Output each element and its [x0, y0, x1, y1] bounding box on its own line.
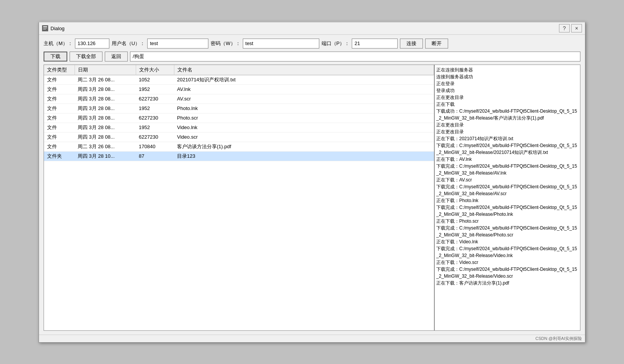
- cell-name: AV.scr: [174, 94, 434, 104]
- log-line: 正在下载：Photo.scr: [436, 218, 578, 225]
- cell-name: 目录123: [174, 151, 434, 161]
- cell-date: 周四 3月 28 08...: [75, 113, 136, 123]
- cell-date: 周四 3月 28 08...: [75, 104, 136, 113]
- user-label: 用户名（U）：: [112, 40, 145, 47]
- action-row: 下载 下载全部 返回: [44, 52, 580, 61]
- table-row[interactable]: 文件 周四 3月 28 08... 1952 Video.lnk: [44, 123, 434, 132]
- cell-size: 170840: [136, 142, 174, 151]
- cell-name: AV.lnk: [174, 84, 434, 94]
- log-line: 正在下载: [436, 101, 578, 108]
- password-label: 密码（W）：: [211, 40, 240, 47]
- window-icon: [42, 25, 48, 31]
- log-line: 正在登录: [436, 80, 578, 87]
- log-line: 正在下载：客户访谈方法分享(1).pdf: [436, 280, 578, 286]
- table-row[interactable]: 文件 周四 3月 28 08... 6227230 AV.scr: [44, 94, 434, 104]
- cell-size: 1952: [136, 84, 174, 94]
- host-label: 主机（M）：: [44, 40, 73, 47]
- log-line: 正在下载：Video.scr: [436, 259, 578, 266]
- cell-type: 文件夹: [44, 151, 75, 161]
- close-button[interactable]: ×: [571, 24, 582, 32]
- log-line: 正在下载：AV.lnk: [436, 156, 578, 163]
- download-all-button[interactable]: 下载全部: [70, 52, 102, 61]
- log-panel: 正在连接到服务器连接到服务器成功正在登录登录成功正在更改目录正在下载下载成功：C…: [435, 65, 580, 330]
- log-line: 下载成功：C:/myself/2024_wb/build-FTPQt5Clien…: [436, 108, 578, 121]
- table-row[interactable]: 文件 周四 3月 28 08... 6227230 Video.scr: [44, 132, 434, 142]
- window-title: Dialog: [50, 26, 65, 31]
- log-line: 下载完成：C:/myself/2024_wb/build-FTPQt5Clien…: [436, 245, 578, 259]
- password-input[interactable]: [243, 39, 319, 49]
- disconnect-button[interactable]: 断开: [425, 39, 448, 49]
- cell-type: 文件: [44, 75, 75, 84]
- file-table-header: 文件类型 日期 文件大小 文件名: [44, 65, 434, 75]
- connection-row: 主机（M）： 用户名（U）： 密码（W）： 端口（P）： 连接 断开: [44, 39, 580, 49]
- table-row[interactable]: 文件夹 周四 3月 28 10... 87 目录123: [44, 151, 434, 161]
- log-line: 下载完成：C:/myself/2024_wb/build-FTPQt5Clien…: [436, 142, 578, 156]
- log-line: 正在下载：AV.scr: [436, 176, 578, 183]
- title-bar-controls: ? ×: [559, 24, 582, 32]
- cell-type: 文件: [44, 142, 75, 151]
- cell-size: 6227230: [136, 132, 174, 142]
- file-table: 文件类型 日期 文件大小 文件名 文件 周二 3月 26 08... 1052 …: [44, 65, 434, 161]
- log-line: 正在下载：Photo.lnk: [436, 197, 578, 204]
- status-bar: CSDN @利哥AI实例探险: [39, 335, 585, 342]
- col-header-size: 文件大小: [136, 65, 174, 75]
- log-line: 登录成功: [436, 87, 578, 94]
- back-button[interactable]: 返回: [105, 52, 128, 61]
- status-text: CSDN @利哥AI实例探险: [535, 336, 582, 341]
- log-line: 正在更改目录: [436, 121, 578, 128]
- log-line: 下载完成：C:/myself/2024_wb/build-FTPQt5Clien…: [436, 266, 578, 280]
- cell-size: 87: [136, 151, 174, 161]
- cell-name: 20210714知识产权培训.txt: [174, 75, 434, 84]
- cell-type: 文件: [44, 113, 75, 123]
- path-input[interactable]: [130, 52, 580, 61]
- svg-rect-2: [43, 28, 47, 28]
- cell-type: 文件: [44, 132, 75, 142]
- username-input[interactable]: [147, 39, 208, 49]
- log-line: 正在更改目录: [436, 94, 578, 101]
- cell-size: 6227230: [136, 94, 174, 104]
- col-header-date: 日期: [75, 65, 136, 75]
- cell-name: Video.lnk: [174, 123, 434, 132]
- log-line: 正在更改目录: [436, 128, 578, 135]
- cell-date: 周二 3月 26 08...: [75, 75, 136, 84]
- log-line: 正在连接到服务器: [436, 66, 578, 73]
- port-input[interactable]: [352, 39, 398, 49]
- table-row[interactable]: 文件 周四 3月 28 08... 1952 Photo.lnk: [44, 104, 434, 113]
- download-button[interactable]: 下载: [44, 52, 67, 61]
- svg-rect-3: [43, 29, 46, 29]
- cell-type: 文件: [44, 94, 75, 104]
- cell-size: 1952: [136, 104, 174, 113]
- host-input[interactable]: [75, 39, 109, 49]
- log-line: 下载完成：C:/myself/2024_wb/build-FTPQt5Clien…: [436, 163, 578, 176]
- cell-date: 周四 3月 28 08...: [75, 123, 136, 132]
- log-line: 正在下载：Video.lnk: [436, 238, 578, 245]
- table-row[interactable]: 文件 周二 3月 26 08... 1052 20210714知识产权培训.tx…: [44, 75, 434, 84]
- cell-name: 客户访谈方法分享(1).pdf: [174, 142, 434, 151]
- cell-name: Video.scr: [174, 132, 434, 142]
- cell-date: 周二 3月 26 08...: [75, 142, 136, 151]
- log-line: 连接到服务器成功: [436, 73, 578, 80]
- content-area: 主机（M）： 用户名（U）： 密码（W）： 端口（P）： 连接 断开 下载 下载…: [39, 35, 585, 335]
- cell-type: 文件: [44, 84, 75, 94]
- connect-button[interactable]: 连接: [400, 39, 423, 49]
- cell-size: 1952: [136, 123, 174, 132]
- port-label: 端口（P）：: [322, 40, 350, 47]
- main-window: Dialog ? × 主机（M）： 用户名（U）： 密码（W）： 端口（P）： …: [39, 22, 585, 343]
- cell-size: 1052: [136, 75, 174, 84]
- cell-name: Photo.lnk: [174, 104, 434, 113]
- col-header-type: 文件类型: [44, 65, 75, 75]
- cell-name: Photo.scr: [174, 113, 434, 123]
- file-table-body: 文件 周二 3月 26 08... 1052 20210714知识产权培训.tx…: [44, 75, 434, 161]
- cell-date: 周四 3月 28 10...: [75, 151, 136, 161]
- table-row[interactable]: 文件 周四 3月 28 08... 1952 AV.lnk: [44, 84, 434, 94]
- cell-size: 6227230: [136, 113, 174, 123]
- log-line: 下载完成：C:/myself/2024_wb/build-FTPQt5Clien…: [436, 183, 578, 197]
- title-bar: Dialog ? ×: [39, 23, 585, 35]
- help-button[interactable]: ?: [559, 24, 570, 32]
- cell-date: 周四 3月 28 08...: [75, 94, 136, 104]
- table-row[interactable]: 文件 周二 3月 26 08... 170840 客户访谈方法分享(1).pdf: [44, 142, 434, 151]
- main-panel: 文件类型 日期 文件大小 文件名 文件 周二 3月 26 08... 1052 …: [44, 65, 580, 331]
- log-line: 正在下载：20210714知识产权培训.txt: [436, 135, 578, 142]
- table-row[interactable]: 文件 周四 3月 28 08... 6227230 Photo.scr: [44, 113, 434, 123]
- cell-date: 周四 3月 28 08...: [75, 84, 136, 94]
